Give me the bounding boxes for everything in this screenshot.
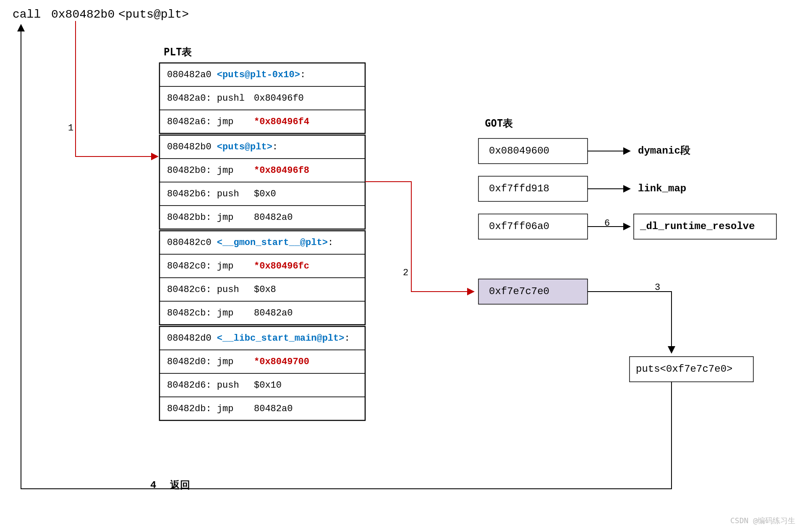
plt-row: 080482a0 <puts@plt-0x10>: (167, 70, 306, 80)
step-2: 2 (403, 268, 408, 278)
got-target-0: dymanic段 (638, 145, 691, 156)
plt-table: 080482a0 <puts@plt-0x10>:80482a0: pushl0… (159, 63, 365, 420)
got-entry-1: 0xf7ffd918 (489, 183, 549, 194)
got-table: 0x08049600 0xf7ffd918 0xf7ff06a0 0xf7e7c… (478, 138, 588, 304)
got-entry-2: 0xf7ff06a0 (489, 221, 549, 232)
step-4: 4 (150, 480, 156, 491)
plt-row: 080482d0 <__libc_start_main@plt>: (167, 333, 350, 344)
watermark: CSDN @编码练习生 (730, 516, 795, 525)
step-6: 6 (604, 218, 610, 229)
plt-row: 80482d6: push$0x10 (167, 380, 282, 391)
call-sym: <puts@plt> (118, 8, 189, 21)
plt-row: 080482b0 <puts@plt>: (167, 142, 278, 152)
plt-row: 80482c6: push$0x8 (167, 284, 276, 295)
plt-row: 080482c0 <__gmon_start__@plt>: (167, 237, 333, 248)
call-addr: 0x80482b0 (51, 8, 115, 21)
got-entry-3: 0xf7e7c7e0 (489, 286, 549, 297)
plt-row: 80482db: jmp80482a0 (167, 404, 293, 414)
step-3: 3 (655, 282, 660, 293)
got-title: GOT表 (485, 117, 513, 129)
step-1: 1 (68, 123, 73, 133)
got-target-1: link_map (638, 183, 686, 194)
plt-row: 80482b6: push$0x0 (167, 189, 276, 199)
plt-row: 80482bb: jmp80482a0 (167, 212, 293, 223)
return-label: 返回 (170, 479, 190, 491)
puts-resolved: puts<0xf7e7c7e0> (636, 363, 732, 375)
plt-row: 80482a0: pushl0x80496f0 (167, 93, 304, 104)
got-entry-0: 0x08049600 (489, 145, 549, 156)
plt-title: PLT表 (164, 46, 192, 58)
plt-row: 80482cb: jmp80482a0 (167, 308, 293, 318)
got-target-2: _dl_runtime_resolve (640, 221, 755, 232)
call-op: call (13, 8, 41, 21)
